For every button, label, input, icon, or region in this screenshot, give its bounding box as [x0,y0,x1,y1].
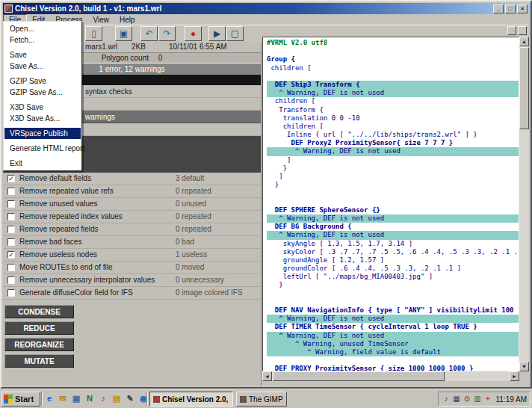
scheduler-icon[interactable]: ⊙ [463,394,471,404]
section-button-reduce[interactable]: REDUCE [4,321,74,335]
option-label: Remove default fields [19,173,91,185]
section-button-reorganize[interactable]: REORGANIZE [4,338,74,351]
file-menu-item-generate-html-report[interactable]: Generate HTML report [4,143,81,154]
preview-button[interactable]: ▶ [208,26,226,41]
close-button[interactable]: × [517,4,528,13]
vertical-scroll-thumb[interactable] [519,47,529,129]
vertical-scrollbar[interactable]: ▲ ▼ [519,37,529,371]
scroll-right-icon[interactable]: ► [510,371,519,381]
warning-line[interactable]: ^ Warning, unused TimeSensor [267,340,519,348]
menubar-item-help[interactable]: Help [114,15,140,25]
warning-line[interactable]: ^ Warning, DEF is not used [267,89,519,97]
file-menu-item-fetch[interactable]: Fetch... [4,34,81,46]
media-player-icon[interactable]: ♪ [97,393,109,405]
option-checkbox[interactable] [7,200,15,208]
section-button-condense[interactable]: CONDENSE [4,305,74,318]
file-menu-item-vrspace-publish[interactable]: VRSpace Publish [4,128,81,139]
taskbar-task-the-gimp[interactable]: The GIMP [236,392,287,407]
scroll-down-icon[interactable]: ▼ [519,362,529,371]
titlebar: Chisel Version 2.0, build 1 - v1: mars1.… [3,3,529,14]
file-menu-item-x3d-save-as[interactable]: X3D Save As... [4,113,81,124]
clean-option-row[interactable]: ✓Remove useless nodes1 useless [3,249,261,262]
clean-option-row[interactable]: Remove repeated value refs0 repeated [3,185,261,198]
code-line: DEF TIMER TimeSensor { cycleInterval 1 l… [267,323,519,331]
clean-option-row[interactable]: Remove unused values0 unused [3,198,261,211]
option-checkbox[interactable] [7,264,15,271]
folder-icon[interactable]: ▤ [111,393,123,405]
file-menu-item-x3d-save[interactable]: X3D Save [4,102,81,113]
scrollbar-corner [519,371,529,381]
scroll-left-icon[interactable]: ◄ [262,371,272,381]
warning-line[interactable]: ^ Warning, field value is default [267,348,519,356]
start-button[interactable]: Start [1,392,40,407]
pane-button-2[interactable] [518,26,527,35]
redo-button[interactable]: ↷ [158,26,176,41]
file-menu-item-open[interactable]: Open... [4,23,81,34]
clean-option-row[interactable]: Remove bad faces0 bad [3,236,261,249]
horizontal-scroll-thumb[interactable] [273,371,445,381]
warning-line[interactable]: ^ Warning, DEF is not used [267,214,519,223]
code-line: skyAngle [ 1.3, 1.5, 1.7, 3.14 ] [267,240,519,248]
taskbar-task-chisel-version-2-0-b[interactable]: Chisel Version 2.0, b... [149,392,233,407]
desktop: Chisel Version 2.0, build 1 - v1: mars1.… [0,0,532,408]
warning-line[interactable]: ^ Warning, DEF is not used [267,332,519,340]
ie-icon[interactable]: e [43,393,55,405]
app-icon[interactable] [4,4,13,13]
display-icon[interactable]: ▦ [452,394,461,404]
code-line: } [267,281,519,289]
option-checkbox[interactable]: ✓ [7,175,15,182]
clean-option-row[interactable]: Remove unnecessary interpolator values0 … [3,274,261,287]
menu-separator [6,47,79,48]
report-button[interactable]: ▯ [85,26,102,41]
section-buttons: CONDENSEREDUCEREORGANIZEMUTATE [3,305,74,371]
mail-icon[interactable]: ✉ [57,393,69,405]
minimize-button[interactable]: _ [493,4,504,13]
menubar-item-view[interactable]: View [87,15,114,25]
publish-icon: ▣ [116,27,132,40]
clean-option-row[interactable]: ✓Remove default fields3 default [3,173,261,185]
show-desktop-icon[interactable]: ▣ [70,393,82,405]
scroll-up-icon[interactable]: ▲ [519,37,529,46]
record-button[interactable]: ● [185,26,202,41]
volume-icon[interactable]: ♪ [442,394,451,404]
status-icon[interactable]: + [483,394,492,404]
option-checkbox[interactable] [7,213,15,220]
option-checkbox[interactable] [7,289,15,297]
code-line [267,290,519,298]
task-label: The GIMP [249,395,283,404]
netscape-icon[interactable]: N [84,393,96,405]
option-checkbox[interactable]: ✓ [7,251,15,259]
warning-line[interactable]: ^ Warning, DEF is not used [267,147,519,155]
editor-icon[interactable]: ✎ [124,393,136,405]
clean-option-row[interactable]: Move ROUTEs to end of file0 moved [3,262,261,274]
file-menu-item-gzip-save[interactable]: GZIP Save [4,75,81,87]
file-menu-item-save[interactable]: Save [4,49,81,61]
warning-line[interactable]: ^ Warning, DEF is not used [267,315,519,323]
network-icon[interactable]: ▥ [473,394,482,404]
pane-button-1[interactable] [507,26,516,35]
vrml-source-view[interactable]: #VRML V2.0 utf8 Group { children [ DEF S… [262,37,519,371]
file-menu: Open...Fetch...SaveSave As...GZIP SaveGZ… [3,21,82,171]
code-line: Inline { url [ "../../lib/ships/trans2.w… [267,131,519,139]
file-menu-item-save-as[interactable]: Save As... [4,61,81,72]
file-menu-item-exit[interactable]: Exit [4,158,81,169]
code-line: DEF SPHERE SphereSensor {} [267,206,519,214]
option-checkbox[interactable] [7,226,15,233]
warning-line[interactable]: ^ Warning, DEF is not used [267,231,519,239]
option-checkbox[interactable] [7,276,15,284]
clean-option-row[interactable]: Remove repeated fields0 repeated [3,223,261,236]
option-checkbox[interactable] [7,238,15,246]
maximize-button[interactable]: □ [505,4,516,13]
publish-button[interactable]: ▣ [115,26,132,41]
horizontal-scrollbar[interactable]: ◄ ► [262,371,519,381]
option-label: Remove unused values [19,198,98,210]
clean-option-row[interactable]: Remove repeated index values0 repeated [3,211,261,223]
section-button-mutate[interactable]: MUTATE [4,354,74,368]
start-label: Start [15,395,34,404]
file-menu-item-gzip-save-as[interactable]: GZIP Save As... [4,87,81,98]
polygon-count-label: Polygon count [102,54,149,62]
browser-view-button[interactable]: ▢ [226,26,244,41]
clean-option-row[interactable]: Generate diffuseColor field for IFS0 ima… [3,287,261,300]
option-checkbox[interactable] [7,188,15,195]
undo-button[interactable]: ↶ [140,26,158,41]
